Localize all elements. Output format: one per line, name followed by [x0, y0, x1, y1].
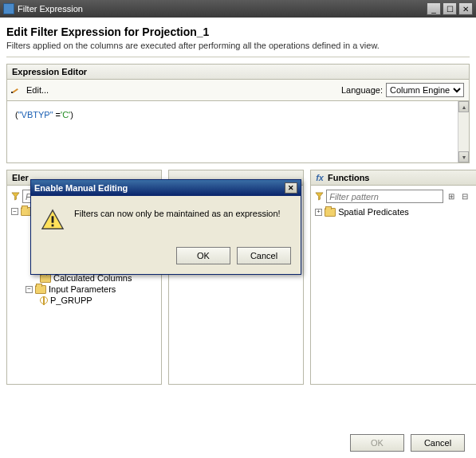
expression-editor-title: Expression Editor	[6, 64, 470, 80]
expand-icon[interactable]: +	[315, 209, 322, 216]
edit-link[interactable]: Edit...	[26, 85, 49, 95]
funnel-icon	[315, 192, 324, 201]
expression-textarea[interactable]: ("VBTYP" ='C') ▴▾	[6, 101, 470, 163]
window-titlebar: Filter Expression _ ☐ ✕	[0, 0, 476, 18]
window-title: Filter Expression	[18, 4, 427, 14]
pencil-icon	[12, 84, 23, 96]
folder-icon	[35, 285, 46, 294]
folder-icon	[325, 208, 336, 217]
svg-rect-1	[52, 225, 54, 227]
dialog-close-button[interactable]: ✕	[285, 182, 297, 194]
cancel-button[interactable]: Cancel	[411, 434, 465, 452]
page-title: Edit Filter Expression for Projection_1	[6, 25, 470, 38]
collapse-icon[interactable]: −	[26, 286, 33, 293]
dialog-message: Filters can now only be maintained as an…	[74, 209, 281, 218]
collapse-icon[interactable]: −	[11, 208, 18, 215]
functions-filter-input[interactable]	[326, 190, 443, 203]
app-icon	[3, 3, 14, 14]
warning-icon	[41, 209, 65, 231]
language-select[interactable]: Column Engine	[386, 83, 464, 97]
scrollbar[interactable]: ▴▾	[458, 101, 469, 162]
minimize-button[interactable]: _	[427, 2, 441, 15]
folder-icon	[40, 274, 51, 283]
parameter-icon	[40, 296, 48, 304]
ok-button: OK	[350, 434, 404, 452]
close-button[interactable]: ✕	[458, 2, 473, 15]
collapse-all-button[interactable]: ⊟	[459, 191, 470, 202]
dialog-cancel-button[interactable]: Cancel	[237, 247, 291, 264]
page-subtitle: Filters applied on the columns are execu…	[6, 41, 470, 50]
svg-rect-0	[52, 216, 54, 222]
language-label: Language:	[341, 85, 383, 95]
input-params-node[interactable]: −Input Parameters	[11, 284, 157, 295]
funnel-icon	[11, 192, 20, 201]
enable-manual-editing-dialog: Enable Manual Editing ✕ Filters can now …	[30, 179, 301, 275]
dialog-ok-button[interactable]: OK	[176, 247, 230, 264]
functions-panel-title: Functions	[310, 170, 476, 186]
function-group[interactable]: +Spatial Predicates	[315, 206, 476, 217]
expand-all-button[interactable]: ⊞	[446, 191, 457, 202]
dialog-title: Enable Manual Editing	[34, 183, 128, 193]
parameter-item[interactable]: P_GRUPP	[11, 295, 157, 306]
maximize-button[interactable]: ☐	[443, 2, 457, 15]
dialog-titlebar: Enable Manual Editing ✕	[31, 180, 301, 196]
dropdown-button[interactable]: ▾	[473, 191, 476, 202]
